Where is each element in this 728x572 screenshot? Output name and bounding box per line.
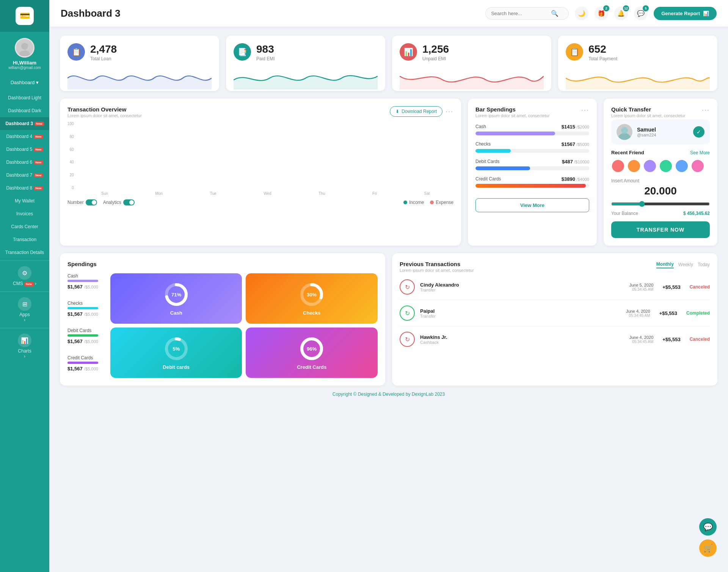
txn-icon-2: ↻ [400,306,415,321]
footer-year: 2023 [435,392,445,397]
spending-debit-label: Debit Cards [67,328,98,333]
friend-avatar-5[interactable] [675,159,689,173]
spendings-content: Cash $1,567 /$5,000 Checks $1,567 /$5,00… [67,273,378,378]
sidebar-item-dashboard-7[interactable]: Dashboard 7 New [0,169,49,182]
download-report-button[interactable]: ⬇ Download Report [390,106,442,117]
more-options-icon[interactable]: ··· [702,106,710,114]
stat-number-paid: 983 [256,43,275,55]
spending-credit-label: Credit Cards [67,355,98,360]
svg-text:96%: 96% [307,346,317,352]
donut-svg-credit: 96% [298,335,325,362]
download-btn-label: Download Report [402,109,437,114]
person-avatar [617,124,632,140]
notification-btn-3[interactable]: 💬 5 [634,6,648,20]
transaction-item-1: ↻ Cindy Alexandro Transfer June 5, 2020 … [400,274,710,300]
spending-debit-amount: $1,567 [67,338,83,344]
transactions-list: ↻ Cindy Alexandro Transfer June 5, 2020 … [400,274,710,352]
donut-svg-debit: 5% [163,335,190,362]
more-options-icon[interactable]: ··· [446,108,453,116]
wave-chart-unpaid [400,67,544,89]
txn-amount-1: +$5,553 [662,284,680,290]
notification-btn-2[interactable]: 🔔 12 [614,6,628,20]
stat-card-unpaid-emi: 📊 1,256 Unpaid EMI [392,36,551,91]
notification-badge-1: 2 [603,5,609,11]
spending-categories: Cash $1,567 /$5,000 Checks $1,567 /$5,00… [67,273,104,378]
dashboard-dropdown-btn[interactable]: Dashboard ▾ [3,77,47,88]
person-handle: @sam224 [637,133,656,137]
support-float-btn[interactable]: 💬 [699,518,717,536]
chevron-down-icon: ▾ [36,80,39,85]
sidebar-item-dashboard-4[interactable]: Dashboard 4 New [0,130,49,143]
cms-badge: New [24,282,33,286]
friend-avatar-2[interactable] [627,159,641,173]
more-options-icon[interactable]: ··· [581,106,589,114]
number-toggle: Number [67,199,97,205]
amount-slider[interactable] [611,201,710,207]
chart-labels: Sun Mon Tue Wed Thu Fri Sat [78,191,453,196]
sidebar-item-transaction[interactable]: Transaction [0,233,49,246]
charts-btn[interactable]: 📊 Charts › [0,330,49,363]
stat-icon-paid: 📑 [234,43,251,61]
chart-yaxis: 100 80 60 40 20 0 [67,122,75,190]
previous-transactions-card: Previous Transactions Lorem ipsum dolor … [392,253,717,386]
txn-date-3: June 4, 2020 05:34:45 AM [629,335,654,344]
sidebar-nav-label: Dashboard 3 [5,121,33,126]
sidebar-item-dashboard-light[interactable]: Dashboard Light [0,91,49,104]
svg-text:71%: 71% [171,292,181,298]
stat-card-top: 📑 983 Paid EMI [234,43,378,61]
friend-avatar-3[interactable] [643,159,657,173]
sidebar-item-my-wallet[interactable]: My Wallet [0,194,49,207]
sidebar-item-transaction-details[interactable]: Transaction Details [0,246,49,259]
gear-icon: ⚙ [18,266,31,280]
view-more-button[interactable]: View More [475,198,589,212]
sidebar-item-dashboard-3[interactable]: Dashboard 3 New [0,117,49,130]
prev-txn-subtitle: Lorem ipsum dolor sit amet, consectetur [400,268,474,273]
search-input[interactable] [491,11,548,16]
wave-chart-paid [234,67,378,89]
recent-friends-title: Recent Friend [611,150,644,155]
floating-buttons: 💬 🛒 [699,518,717,557]
sidebar: 💳 Hi,William william@gmail.com Dashboard… [0,0,49,572]
transfer-person: Samuel @sam224 ✓ [611,119,710,144]
wave-chart-payment [566,67,710,89]
transfer-now-button[interactable]: TRANSFER NOW [611,221,710,238]
page-title: Dashboard 3 [61,8,479,19]
sidebar-nav-label: Dashboard 4 [6,134,32,139]
sidebar-nav-label: Dashboard 5 [6,147,32,152]
tab-weekly[interactable]: Weekly [678,261,693,268]
friend-avatar-1[interactable] [611,159,625,173]
header: Dashboard 3 🔍 🌙 🎁 2 🔔 12 💬 5 Generate Re… [49,0,728,27]
friend-avatar-4[interactable] [659,159,673,173]
cart-float-btn[interactable]: 🛒 [699,539,717,557]
apps-btn[interactable]: ⊞ Apps › [0,293,49,326]
sidebar-item-dashboard-dark[interactable]: Dashboard Dark [0,104,49,117]
bar-spending-debit: Debit Cards $487 /$10000 [475,159,589,170]
new-badge: New [34,173,43,177]
sidebar-item-dashboard-5[interactable]: Dashboard 5 New [0,143,49,156]
generate-report-button[interactable]: Generate Report 📊 [654,7,717,20]
stat-icon-unpaid: 📊 [400,43,417,61]
main-content: Dashboard 3 🔍 🌙 🎁 2 🔔 12 💬 5 Generate Re… [49,0,728,572]
notification-btn-1[interactable]: 🎁 2 [595,6,608,20]
sidebar-item-cards-center[interactable]: Cards Center [0,220,49,233]
svg-point-3 [621,127,628,134]
number-toggle-switch[interactable] [86,199,97,205]
credit-amount: $3890 /$4000 [562,176,589,182]
donut-cash-label: Cash [170,310,182,316]
stat-card-total-loan: 📋 2,478 Total Loan [60,36,219,91]
tab-monthly[interactable]: Monthly [656,261,674,268]
theme-toggle-btn[interactable]: 🌙 [575,6,588,20]
recent-friends-header: Recent Friend See More [611,150,710,155]
see-more-link[interactable]: See More [690,150,710,155]
sidebar-item-dashboard-6[interactable]: Dashboard 6 New [0,156,49,169]
spending-credit-amount: $1,567 [67,366,83,371]
tab-today[interactable]: Today [698,261,710,268]
bar-spendings-subtitle: Lorem ipsum dolor sit amet, consectetur [475,113,550,118]
friend-avatar-6[interactable] [691,159,704,173]
cms-btn[interactable]: ⚙ CMS New › [0,262,49,290]
sidebar-item-dashboard-8[interactable]: Dashboard 8 New [0,182,49,194]
analytics-toggle-switch[interactable] [123,199,135,205]
sidebar-item-invoices[interactable]: Invoices [0,207,49,220]
check-icon: ✓ [693,126,704,138]
txn-icon-3: ↻ [400,332,415,347]
